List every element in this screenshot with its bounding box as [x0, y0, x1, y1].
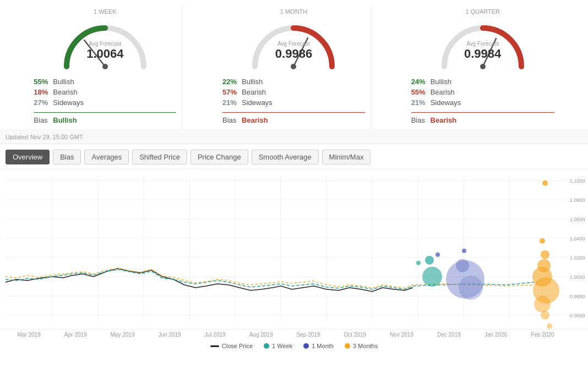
svg-point-5	[480, 64, 486, 69]
stats-1week: 55% Bullish 18% Bearish 27% Sideways	[34, 76, 176, 108]
x-label-mar2019: Mar 2019	[18, 332, 41, 338]
legend-label-3months: 3 Months	[353, 343, 378, 349]
x-label-dec2019: Dec 2019	[437, 332, 461, 338]
gauge-panel-1quarter: 1 QUARTER Avg Forecast 0.9984 24% Bullis…	[406, 6, 560, 130]
svg-text:0.9600: 0.9600	[570, 313, 585, 318]
svg-point-1	[102, 64, 108, 69]
stats-row-bullish-1: 55% Bullish	[34, 76, 176, 87]
stats-row-bullish-3: 24% Bullish	[411, 76, 554, 87]
x-label-sep2019: Sep 2019	[297, 332, 320, 338]
svg-point-3	[291, 64, 296, 69]
tab-overview[interactable]: Overview	[6, 150, 50, 164]
chart-svg: 1.1000 1.0800 1.0600 1.0400 1.0200 1.000…	[0, 169, 588, 329]
x-label-feb2020: Feb 2020	[531, 332, 554, 338]
svg-point-37	[462, 249, 466, 253]
tab-smooth-average[interactable]: Smooth Average	[252, 150, 319, 164]
divider-1quarter	[411, 112, 554, 113]
gauge-label-1quarter: Avg Forecast 0.9984	[464, 41, 501, 61]
gauge-label-1week: Avg Forecast 1.0064	[86, 41, 123, 61]
gauge-panel-1month: 1 MONTH Avg Forecast 0.9986 22% Bullish …	[217, 6, 371, 130]
svg-text:1.0000: 1.0000	[570, 274, 585, 280]
bias-row-1quarter: Bias Bearish	[411, 116, 554, 124]
svg-point-42	[540, 238, 545, 244]
updated-bar: Updated Nov 29, 15:00 GMT	[0, 130, 588, 144]
gauge-title-1quarter: 1 QUARTER	[411, 8, 554, 15]
gauge-container-1month: Avg Forecast 0.9986	[244, 17, 343, 72]
gauge-panel-1week: 1 WEEK Avg Forecast 1.0064 55% Bullish	[28, 6, 182, 130]
gauge-container-1quarter: Avg Forecast 0.9984	[433, 17, 532, 72]
stats-row-sideways-3: 21% Sideways	[411, 97, 554, 108]
x-label-jun2019: Jun 2019	[159, 332, 181, 338]
stats-row-sideways-2: 21% Sideways	[222, 97, 365, 108]
svg-text:1.0200: 1.0200	[570, 255, 585, 261]
chart-area: 1.1000 1.0800 1.0600 1.0400 1.0200 1.000…	[0, 169, 588, 329]
legend-1week: 1 Week	[264, 343, 292, 349]
svg-point-33	[416, 261, 421, 265]
svg-point-49	[547, 323, 552, 329]
svg-point-35	[422, 267, 442, 287]
svg-text:1.0600: 1.0600	[570, 217, 585, 222]
stats-row-bullish-2: 22% Bullish	[222, 76, 365, 87]
svg-point-40	[459, 276, 483, 300]
stats-row-sideways-1: 27% Sideways	[34, 97, 176, 108]
x-label-nov2019: Nov 2019	[390, 332, 413, 338]
svg-point-48	[541, 311, 549, 320]
gauge-title-1week: 1 WEEK	[34, 8, 176, 15]
tab-bias[interactable]: Bias	[53, 150, 81, 164]
bias-row-1week: Bias Bullish	[34, 116, 176, 124]
legend-3months: 3 Months	[345, 343, 378, 349]
x-label-oct2019: Oct 2019	[344, 332, 366, 338]
stats-1quarter: 24% Bullish 55% Bearish 21% Sideways	[411, 76, 554, 108]
legend-dot-1week	[264, 343, 269, 349]
legend-dot-1month	[303, 343, 309, 349]
gauge-container-1week: Avg Forecast 1.0064	[56, 17, 155, 72]
x-label-jul2019: Jul 2019	[205, 332, 226, 338]
svg-point-43	[541, 250, 549, 259]
legend-bar: Close Price 1 Week 1 Month 3 Months	[0, 340, 588, 352]
gauge-title-1month: 1 MONTH	[222, 8, 365, 15]
stats-row-bearish-3: 55% Bearish	[411, 87, 554, 97]
divider-1month	[222, 112, 365, 113]
legend-swatch-close	[210, 345, 219, 347]
tab-shifted-price[interactable]: Shifted Price	[132, 150, 187, 164]
legend-close-price: Close Price	[210, 343, 253, 349]
gauges-section: 1 WEEK Avg Forecast 1.0064 55% Bullish	[0, 0, 588, 130]
svg-text:1.0400: 1.0400	[570, 236, 585, 241]
legend-dot-3months	[345, 343, 350, 349]
legend-1month: 1 Month	[303, 343, 334, 349]
tab-minim-max[interactable]: Minim/Max	[322, 150, 371, 164]
tab-averages[interactable]: Averages	[84, 150, 129, 164]
bias-row-1month: Bias Bearish	[222, 116, 365, 124]
legend-label-1week: 1 Week	[272, 343, 292, 349]
svg-point-36	[435, 252, 440, 257]
svg-point-47	[534, 296, 551, 312]
stats-row-bearish-1: 18% Bearish	[34, 87, 176, 97]
stats-row-bearish-2: 57% Bearish	[222, 87, 365, 97]
tab-price-change[interactable]: Price Change	[190, 150, 248, 164]
tabs-bar: Overview Bias Averages Shifted Price Pri…	[0, 144, 588, 169]
stats-1month: 22% Bullish 57% Bearish 21% Sideways	[222, 76, 365, 108]
legend-label-close: Close Price	[222, 343, 253, 349]
svg-text:0.9800: 0.9800	[570, 294, 585, 299]
x-label-jan2020: Jan 2020	[484, 332, 507, 338]
x-label-aug2019: Aug 2019	[249, 332, 273, 338]
svg-text:1.0800: 1.0800	[570, 197, 585, 203]
svg-point-41	[542, 180, 548, 186]
divider-1week	[34, 112, 176, 113]
x-label-apr2019: Apr 2019	[64, 332, 87, 338]
svg-point-34	[425, 256, 434, 265]
x-axis-bar: Mar 2019 Apr 2019 May 2019 Jun 2019 Jul …	[0, 329, 588, 340]
gauge-label-1month: Avg Forecast 0.9986	[275, 41, 312, 61]
x-label-may2019: May 2019	[111, 332, 135, 338]
legend-label-1month: 1 Month	[312, 343, 334, 349]
svg-text:1.1000: 1.1000	[570, 178, 585, 184]
